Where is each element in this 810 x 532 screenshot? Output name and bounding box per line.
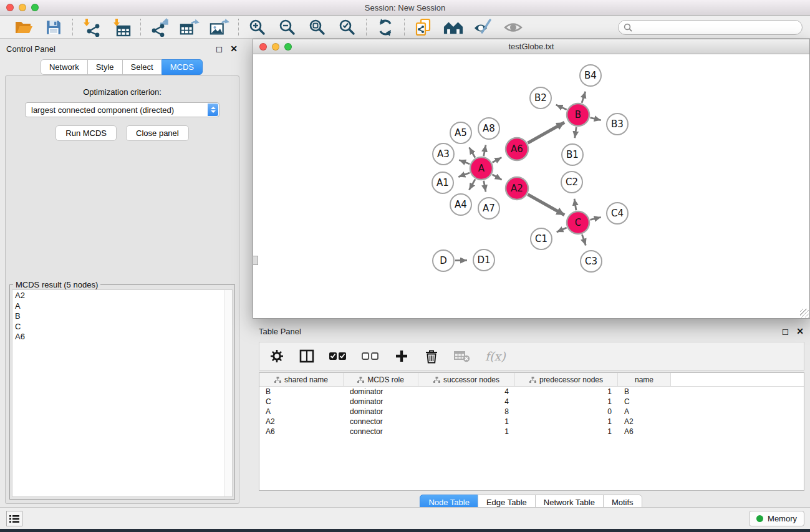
network-view-window: testGlobe.txt AA1A2A3A4A5A6A7A8BB1B2B3B4… <box>253 39 810 319</box>
window-resize-grip[interactable] <box>800 309 809 317</box>
control-panel-tabs: NetworkStyleSelectMCDS <box>0 59 244 75</box>
delete-table-icon[interactable] <box>454 347 470 365</box>
table-panel: Table Panel ◻ ✕ f(x) shared nameMCDS ro <box>253 323 810 506</box>
table-cell: B <box>259 387 344 396</box>
graph-edge-A-A1[interactable] <box>458 173 470 177</box>
graph-node-label: C1 <box>535 233 547 244</box>
network-canvas[interactable]: AA1A2A3A4A5A6A7A8BB1B2B3B4CC1C2C3C4DD1 <box>253 55 809 318</box>
search-input[interactable] <box>635 22 797 32</box>
tab-select[interactable]: Select <box>122 59 162 75</box>
graph-edge-A-A3[interactable] <box>459 160 470 164</box>
zoom-selected-icon[interactable] <box>337 18 357 37</box>
zoom-window-button[interactable] <box>31 4 39 11</box>
graph-edge-B-B3[interactable] <box>590 118 600 120</box>
zoom-in-icon[interactable] <box>248 18 268 37</box>
close-window-button[interactable] <box>6 4 14 11</box>
graph-edge-C-C4[interactable] <box>590 217 600 220</box>
function-builder-icon[interactable]: f(x) <box>485 347 506 365</box>
memory-button[interactable]: Memory <box>749 511 804 526</box>
column-header-shared-name[interactable]: shared name <box>259 373 344 386</box>
search-box[interactable] <box>618 20 803 35</box>
graph-edge-A2-C[interactable] <box>528 195 564 215</box>
column-header-MCDS-role[interactable]: MCDS role <box>344 373 418 386</box>
mcds-result-item[interactable]: B <box>12 311 232 322</box>
table-cell: connector <box>344 427 418 436</box>
selected-criterion: largest connected component (directed) <box>31 105 174 115</box>
select-all-icon[interactable] <box>329 347 347 365</box>
table-row[interactable]: A6connector11A6 <box>259 427 804 437</box>
mcds-result-list[interactable]: A2ABCA6 <box>12 289 233 497</box>
close-table-panel-icon[interactable]: ✕ <box>796 327 804 336</box>
panel-edge-grip[interactable] <box>253 256 258 265</box>
hide-graphics-details-icon[interactable] <box>503 18 523 37</box>
import-network-icon[interactable] <box>82 18 102 37</box>
scrollbar-track[interactable] <box>224 290 232 496</box>
table-row[interactable]: Adominator80A <box>259 407 804 417</box>
table-cell: dominator <box>344 397 418 406</box>
mcds-result-item[interactable]: C <box>12 322 232 332</box>
graph-edge-A-A5[interactable] <box>470 147 475 157</box>
run-mcds-button[interactable]: Run MCDS <box>55 125 117 141</box>
table-row[interactable]: A2connector11A2 <box>259 417 804 427</box>
home-icon[interactable] <box>443 18 463 37</box>
column-header-name[interactable]: name <box>618 373 671 386</box>
export-image-icon[interactable] <box>210 18 229 37</box>
table-settings-icon[interactable] <box>269 347 284 365</box>
zoom-fit-icon[interactable] <box>307 18 327 37</box>
float-panel-icon[interactable]: ◻ <box>216 44 223 53</box>
graph-node-label: A6 <box>511 143 523 155</box>
network-window-titlebar[interactable]: testGlobe.txt <box>253 39 809 54</box>
mcds-result-item[interactable]: A6 <box>12 332 232 342</box>
mcds-panel: Optimization criterion: largest connecte… <box>5 75 239 504</box>
table-cell: A2 <box>618 417 671 426</box>
show-graphics-details-icon[interactable] <box>473 18 493 37</box>
mcds-result-item[interactable]: A2 <box>12 291 232 301</box>
table-row[interactable]: Bdominator41B <box>259 387 804 397</box>
column-header-predecessor-nodes[interactable]: predecessor nodes <box>515 373 618 386</box>
graph-edge-A6-B[interactable] <box>528 122 564 143</box>
optimization-criterion-select[interactable]: largest connected component (directed) <box>25 102 219 117</box>
task-history-button[interactable] <box>6 511 22 526</box>
graph-edge-A-A6[interactable] <box>493 157 502 162</box>
list-icon <box>9 515 19 523</box>
tab-mcds[interactable]: MCDS <box>162 59 203 75</box>
graph-edge-A-A8[interactable] <box>484 145 486 157</box>
graph-edge-A-A7[interactable] <box>484 181 486 192</box>
column-visibility-icon[interactable] <box>299 347 314 365</box>
graph-edge-C-C1[interactable] <box>557 228 567 232</box>
node-table: shared nameMCDS rolesuccessor nodesprede… <box>259 372 804 491</box>
graph-edge-B-B1[interactable] <box>575 127 576 138</box>
column-header-successor-nodes[interactable]: successor nodes <box>418 373 515 386</box>
minimize-window-button[interactable] <box>19 4 26 11</box>
graph-node-label: B <box>575 109 581 120</box>
network-graph[interactable]: AA1A2A3A4A5A6A7A8BB1B2B3B4CC1C2C3C4DD1 <box>253 55 809 318</box>
delete-column-icon[interactable] <box>424 347 439 365</box>
float-table-panel-icon[interactable]: ◻ <box>782 327 789 336</box>
mcds-result-item[interactable]: A <box>12 301 232 312</box>
tab-network[interactable]: Network <box>41 59 88 75</box>
minimize-network-window-button[interactable] <box>272 43 279 51</box>
close-panel-icon[interactable]: ✕ <box>230 44 238 53</box>
graph-edge-B-B4[interactable] <box>582 92 586 103</box>
export-table-icon[interactable] <box>180 18 200 37</box>
graph-edge-A-A4[interactable] <box>469 179 475 190</box>
clone-network-icon[interactable] <box>413 18 433 37</box>
zoom-network-window-button[interactable] <box>284 43 292 51</box>
deselect-all-icon[interactable] <box>362 347 379 365</box>
graph-edge-A-A2[interactable] <box>492 175 501 180</box>
close-panel-button[interactable]: Close panel <box>126 125 189 141</box>
graph-edge-C-C3[interactable] <box>582 235 586 245</box>
export-network-icon[interactable] <box>150 18 170 37</box>
save-session-icon[interactable] <box>44 18 64 37</box>
table-row[interactable]: Cdominator41C <box>259 397 804 407</box>
open-session-icon[interactable] <box>14 18 34 37</box>
graph-edge-C-C2[interactable] <box>574 199 576 211</box>
import-table-icon[interactable] <box>112 18 132 37</box>
close-network-window-button[interactable] <box>259 43 267 51</box>
zoom-out-icon[interactable] <box>277 18 297 37</box>
graph-edge-B-B2[interactable] <box>556 105 567 110</box>
table-cell: connector <box>344 417 418 426</box>
refresh-layout-icon[interactable] <box>375 18 395 37</box>
add-column-icon[interactable] <box>394 347 409 365</box>
tab-style[interactable]: Style <box>87 59 123 75</box>
